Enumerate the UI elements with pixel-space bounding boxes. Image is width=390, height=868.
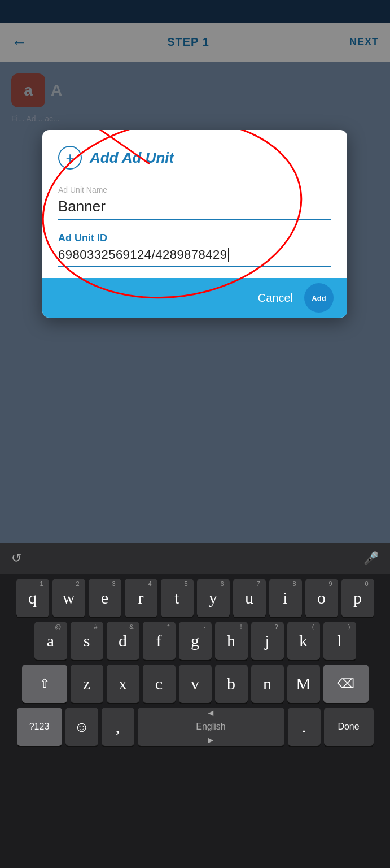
add-button-label: Add [312, 294, 326, 302]
lang-left-arrow: ◄ [207, 708, 216, 718]
key-row-3: ⇧ z x c v b n M ⌫ [3, 665, 387, 703]
key-m[interactable]: M [287, 665, 320, 703]
period-key[interactable]: . [288, 708, 321, 746]
numbers-key[interactable]: ?123 [17, 708, 62, 746]
key-g[interactable]: -g [179, 622, 212, 660]
key-x[interactable]: x [107, 665, 139, 703]
key-v[interactable]: v [179, 665, 212, 703]
dialog-footer: Cancel Add [42, 278, 347, 318]
keyboard-toolbar: ↺ 🎤 [0, 542, 390, 574]
rotate-icon[interactable]: ↺ [11, 551, 21, 566]
cancel-button[interactable]: Cancel [258, 292, 293, 305]
ad-unit-name-value[interactable]: Banner [58, 198, 331, 220]
key-p[interactable]: 0p [341, 579, 374, 617]
language-label: English [196, 722, 225, 732]
space-key[interactable]: ◄ English ► [138, 708, 284, 746]
shift-key[interactable]: ⇧ [22, 665, 67, 703]
keyboard-rows: 1q 2w 3e 4r 5t 6y 7u 8i 9o 0p @a #s &d *… [0, 574, 390, 746]
key-s[interactable]: #s [71, 622, 103, 660]
key-t[interactable]: 5t [161, 579, 194, 617]
comma-key[interactable]: , [102, 708, 134, 746]
dialog-title: Add Ad Unit [90, 149, 174, 167]
key-c[interactable]: c [143, 665, 176, 703]
key-h[interactable]: !h [215, 622, 248, 660]
key-row-2: @a #s &d *f -g !h ?j (k )l [3, 622, 387, 660]
key-w[interactable]: 2w [52, 579, 85, 617]
add-button[interactable]: Add [304, 283, 334, 313]
ad-unit-name-label: Ad Unit Name [58, 185, 331, 194]
key-o[interactable]: 9o [305, 579, 338, 617]
emoji-key[interactable]: ☺ [65, 708, 98, 746]
key-i[interactable]: 8i [269, 579, 302, 617]
key-f[interactable]: *f [143, 622, 176, 660]
key-d[interactable]: &d [107, 622, 139, 660]
key-n[interactable]: n [251, 665, 284, 703]
mic-icon[interactable]: 🎤 [363, 551, 379, 566]
key-a[interactable]: @a [34, 622, 67, 660]
key-y[interactable]: 6y [197, 579, 230, 617]
key-e[interactable]: 3e [89, 579, 121, 617]
ad-unit-id-label: Ad Unit ID [58, 232, 331, 244]
shift-icon: ⇧ [40, 676, 50, 691]
dialog-body: + Add Ad Unit Ad Unit Name Banner Ad Uni… [42, 130, 347, 278]
key-l[interactable]: )l [323, 622, 356, 660]
key-b[interactable]: b [215, 665, 248, 703]
key-row-bottom: ?123 ☺ , ◄ English ► . Done [3, 708, 387, 746]
key-u[interactable]: 7u [233, 579, 266, 617]
backspace-key[interactable]: ⌫ [323, 665, 369, 703]
done-key-label: Done [338, 722, 359, 732]
key-row-1: 1q 2w 3e 4r 5t 6y 7u 8i 9o 0p [3, 579, 387, 617]
emoji-icon: ☺ [74, 718, 89, 736]
backspace-icon: ⌫ [337, 676, 354, 691]
key-z[interactable]: z [71, 665, 103, 703]
dialog-header: + Add Ad Unit [58, 146, 331, 170]
lang-right-arrow: ► [207, 735, 216, 745]
done-key[interactable]: Done [324, 708, 374, 746]
key-r[interactable]: 4r [125, 579, 157, 617]
add-ad-unit-dialog: + Add Ad Unit Ad Unit Name Banner Ad Uni… [42, 130, 347, 318]
text-cursor [228, 248, 229, 262]
keyboard: ↺ 🎤 1q 2w 3e 4r 5t 6y 7u 8i 9o 0p @a #s … [0, 542, 390, 868]
numbers-key-label: ?123 [29, 722, 50, 732]
key-q[interactable]: 1q [16, 579, 49, 617]
key-j[interactable]: ?j [251, 622, 284, 660]
ad-unit-id-value[interactable]: 6980332569124/4289878429 [58, 248, 331, 267]
plus-icon: + [58, 146, 82, 170]
key-k[interactable]: (k [287, 622, 320, 660]
